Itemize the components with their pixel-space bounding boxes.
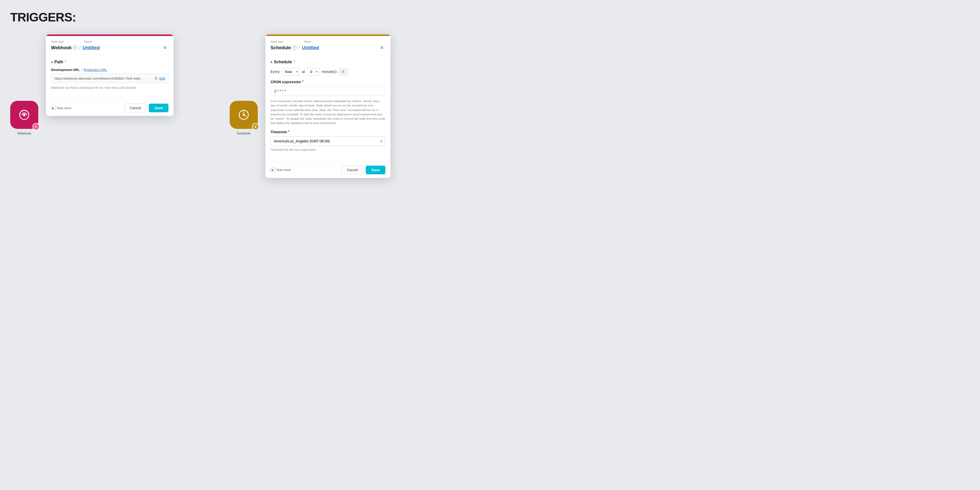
dev-url-label: Development URL	[51, 68, 80, 72]
hour-select[interactable]: hour	[282, 68, 300, 76]
schedule-modal-body: ▾ Schedule * Every hour at 0	[266, 55, 390, 157]
svg-point-2	[23, 114, 25, 116]
schedule-node-label: Schedule	[237, 131, 251, 135]
schedule-run-once-button[interactable]: ▶ Run once	[270, 168, 291, 172]
schedule-modal-footer: ▶ Run once Cancel Save	[266, 162, 390, 178]
cron-x-button[interactable]: X	[339, 68, 348, 75]
webhook-modal-footer: ▶ Run once Cancel Save	[46, 100, 173, 116]
webhook-badge: 1	[32, 123, 40, 130]
path-chevron-icon: ▾	[51, 60, 53, 64]
schedule-chevron-icon: ▾	[270, 60, 272, 64]
edit-link[interactable]: Edit	[159, 76, 165, 80]
schedule-cancel-button[interactable]: Cancel	[342, 165, 363, 174]
webhook-node-type-label: Node type	[51, 40, 64, 43]
webhook-url-value: https://webhook.latenode.com/49/dev/c53f…	[54, 76, 153, 80]
timezone-select[interactable]: America/Los_Angeles (GMT-08:00)	[270, 136, 385, 146]
schedule-help-icon[interactable]: ?	[292, 45, 297, 50]
prod-url-label[interactable]: Production URL	[84, 68, 107, 72]
schedule-node-icon[interactable]: 2	[230, 101, 258, 129]
webhook-run-once-button[interactable]: ▶ Run once	[51, 106, 72, 110]
at-label: at	[302, 70, 305, 74]
timezone-required-star: *	[288, 130, 290, 134]
webhook-run-once-label: Run once	[57, 106, 72, 110]
cron-required-star: *	[302, 80, 304, 84]
webhook-modal: Node type Name Webhook ? / Untitled ✕	[46, 35, 173, 116]
schedule-node-type-label: Node type	[270, 40, 283, 43]
schedule-modal-header: Node type Name Schedule ? / Untitled ✕	[266, 36, 390, 55]
copy-icon[interactable]: ⧉	[155, 76, 158, 81]
minute-select-wrapper: 0	[307, 68, 320, 76]
cron-expression-box[interactable]: 0 * * * *	[270, 86, 385, 96]
webhook-node-icon[interactable]: 1	[10, 101, 38, 129]
schedule-node-type: Schedule ?	[270, 45, 297, 51]
webhook-play-icon: ▶	[51, 106, 56, 110]
timezone-label: Timezone *	[270, 130, 385, 134]
schedule-save-button[interactable]: Save	[366, 165, 385, 174]
webhook-close-button[interactable]: ✕	[161, 44, 169, 51]
webhook-node-label: Webhook	[18, 131, 32, 135]
cron-label: CRON expression *	[270, 80, 385, 84]
webhook-path-section[interactable]: ▾ Path *	[51, 60, 169, 64]
minutes-label: minute(s)	[321, 70, 336, 74]
schedule-close-button[interactable]: ✕	[378, 44, 385, 51]
schedule-section-title: Schedule	[274, 60, 292, 64]
hour-select-wrapper: hour	[282, 68, 300, 76]
schedule-badge: 2	[252, 123, 259, 130]
webhook-name-label: Name	[84, 40, 92, 43]
webhook-help-icon[interactable]: ?	[73, 45, 77, 50]
webhook-modal-header: Node type Name Webhook ? / Untitled ✕	[46, 36, 173, 55]
cron-description: Cron expression consists of five subexpr…	[270, 99, 385, 126]
webhook-note: Webhook can hold a connection for no mor…	[51, 86, 169, 89]
schedule-every-row: Every hour at 0 minute(s) X	[270, 68, 385, 76]
webhook-path-title: Path	[54, 60, 63, 64]
webhook-name-link[interactable]: Untitled	[83, 45, 100, 51]
schedule-modal: Node type Name Schedule ? / Untitled ✕	[266, 35, 390, 178]
minute-select[interactable]: 0	[307, 68, 320, 76]
page-title: TRIGGERS:	[10, 10, 970, 24]
path-required-star: *	[65, 60, 66, 64]
schedule-name-label: Name	[304, 40, 311, 43]
webhook-modal-body: ▾ Path * Development URL / Production UR…	[46, 55, 173, 95]
webhook-node-type: Webhook ?	[51, 45, 77, 51]
every-label: Every	[270, 70, 280, 74]
schedule-play-icon: ▶	[270, 168, 275, 172]
timezone-select-wrapper: America/Los_Angeles (GMT-08:00)	[270, 136, 385, 146]
schedule-section-header[interactable]: ▾ Schedule *	[270, 60, 385, 64]
schedule-name-link[interactable]: Untitled	[302, 45, 319, 51]
schedule-required-star: *	[293, 60, 295, 64]
webhook-save-button[interactable]: Save	[149, 103, 169, 112]
webhook-cancel-button[interactable]: Cancel	[124, 103, 146, 112]
schedule-run-once-label: Run once	[277, 168, 291, 172]
webhook-url-row: https://webhook.latenode.com/49/dev/c53f…	[51, 74, 169, 83]
timezone-note: Timezone for the cron expression	[270, 148, 385, 151]
webhook-url-labels: Development URL / Production URL	[51, 68, 169, 72]
